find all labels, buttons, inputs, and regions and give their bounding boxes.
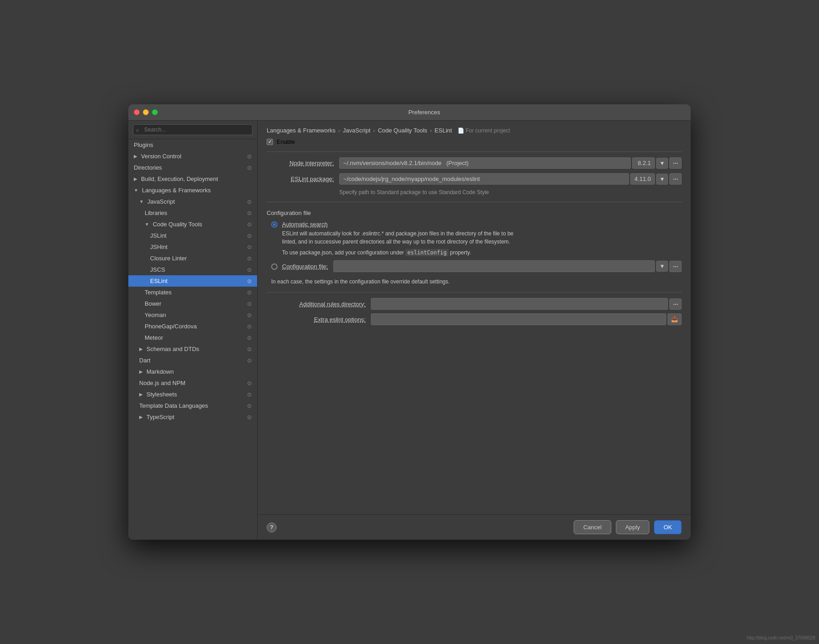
eslint-package-input-group: 4.11.0 ▼ ··· [339,173,682,185]
auto-search-radio[interactable] [271,221,278,228]
node-label-text: Node interpreter: [289,160,334,166]
eslint-label-text: ESLint package: [291,176,334,182]
additional-rules-browse[interactable]: ··· [669,298,682,310]
sidebar-item-schemas-dtds[interactable]: ▶ Schemas and DTDs ⊙ [128,343,257,355]
breadcrumb-project: 📄 For current project [458,127,510,134]
sidebar-item-meteor[interactable]: Meteor ⊙ [128,332,257,343]
sidebar-item-label: Code Quality Tools [153,221,202,228]
breadcrumb-project-label: For current project [466,127,510,134]
sidebar-item-typescript[interactable]: ▶ TypeScript ⊙ [128,411,257,423]
sidebar-item-stylesheets[interactable]: ▶ Stylesheets ⊙ [128,389,257,400]
minimize-button[interactable] [143,109,149,115]
sidebar-item-templates[interactable]: Templates ⊙ [128,287,257,298]
eslint-package-input[interactable] [339,173,629,185]
extra-eslint-folder-btn[interactable]: 📥 [668,313,682,325]
sidebar-item-code-quality-tools[interactable]: ▼ Code Quality Tools ⊙ [128,219,257,230]
help-button[interactable]: ? [267,522,277,532]
sidebar-item-label: PhoneGap/Cordova [145,323,197,330]
expand-icon: ▼ [134,188,138,193]
config-file-radio[interactable] [271,263,278,270]
copy-icon: ⊙ [247,267,252,273]
copy-icon: ⊙ [247,335,252,341]
eslint-package-browse[interactable]: ··· [669,173,682,185]
copy-icon: ⊙ [247,278,252,284]
search-box: ⌕ [128,121,257,139]
maximize-button[interactable] [152,109,158,115]
breadcrumb-sep2: › [373,127,375,134]
enable-checkbox[interactable] [267,139,273,145]
config-file-dropdown[interactable]: ▼ [656,261,668,272]
eslint-package-dropdown[interactable]: ▼ [656,174,668,185]
sidebar-item-dart[interactable]: Dart ⊙ [128,355,257,366]
node-version-badge: 8.2.1 [632,157,655,169]
folder-icon: 📥 [671,316,678,322]
sidebar-item-languages-frameworks[interactable]: ▼ Languages & Frameworks [128,185,257,196]
sidebar-item-template-data-languages[interactable]: Template Data Languages ⊙ [128,400,257,411]
sidebar-item-label: Dart [139,357,151,364]
expand-icon: ▼ [145,222,149,227]
expand-icon: ▶ [134,154,137,159]
sidebar-item-label: Plugins [134,141,153,148]
extra-eslint-label-text: Extra eslint options: [314,316,366,323]
extra-eslint-input[interactable] [371,313,666,325]
copy-icon: ⊙ [247,357,252,364]
sidebar-item-javascript[interactable]: ▼ JavaScript ⊙ [128,196,257,207]
sidebar-item-eslint[interactable]: ESLint ⊙ [128,275,257,287]
sidebar-item-label: Languages & Frameworks [142,187,211,194]
sidebar-item-jslint[interactable]: JSLint ⊙ [128,230,257,241]
auto-search-label: Automatic search [282,221,327,228]
sidebar-item-label: Stylesheets [146,391,177,398]
node-interpreter-row: Node interpreter: 8.2.1 ▼ ··· [267,157,682,169]
node-interpreter-dropdown[interactable]: ▼ [656,158,668,169]
additional-rules-label: Additional rules directory: [267,301,371,307]
apply-button[interactable]: Apply [616,520,650,534]
sidebar-item-markdown[interactable]: ▶ Markdown [128,366,257,377]
config-file-input[interactable] [333,260,655,272]
cancel-button[interactable]: Cancel [574,520,611,534]
sidebar-item-label: Libraries [145,210,167,216]
sidebar-item-version-control[interactable]: ▶ Version Control ⊙ [128,151,257,162]
copy-icon: ⊙ [247,391,252,398]
auto-search-radio-row: Automatic search ESLint will automatical… [267,221,682,257]
search-input[interactable] [133,124,253,135]
additional-rules-input[interactable] [371,298,668,310]
extra-eslint-label-container: Extra eslint options: [267,316,371,323]
copy-icon: ⊙ [247,255,252,262]
sidebar-item-yeoman[interactable]: Yeoman ⊙ [128,309,257,321]
node-interpreter-browse[interactable]: ··· [669,157,682,169]
separator [267,151,682,152]
auto-search-desc: ESLint will automatically look for .esli… [282,229,682,246]
sidebar-item-phonegap[interactable]: PhoneGap/Cordova ⊙ [128,321,257,332]
breadcrumb-languages: Languages & Frameworks [267,127,336,134]
additional-section: Additional rules directory: ··· Extra es… [267,298,682,325]
node-interpreter-input[interactable] [339,157,631,169]
sidebar-item-label: JSHint [150,244,167,250]
node-interpreter-label: Node interpreter: [267,160,339,166]
close-button[interactable] [134,109,140,115]
sidebar-item-closure-linter[interactable]: Closure Linter ⊙ [128,253,257,264]
sidebar-item-jshint[interactable]: JSHint ⊙ [128,241,257,253]
sidebar-item-bower[interactable]: Bower ⊙ [128,298,257,309]
enable-label: Enable [277,138,295,145]
expand-icon: ▶ [139,392,143,397]
node-interpreter-input-group: 8.2.1 ▼ ··· [339,157,682,169]
config-file-browse[interactable]: ··· [669,261,682,272]
separator2 [267,202,682,202]
sidebar-item-nodejs-npm[interactable]: Node.js and NPM ⊙ [128,377,257,389]
sidebar-item-build-execution[interactable]: ▶ Build, Execution, Deployment [128,173,257,185]
expand-icon: ▶ [134,176,137,181]
sidebar-item-label: Schemas and DTDs [146,346,199,352]
sidebar-item-label: Yeoman [145,312,166,318]
bottom-left: ? [267,522,277,532]
sidebar-item-jscs[interactable]: JSCS ⊙ [128,264,257,275]
sidebar-item-libraries[interactable]: Libraries ⊙ [128,207,257,219]
sidebar-item-plugins[interactable]: Plugins [128,139,257,151]
copy-icon: ⊙ [247,289,252,296]
expand-icon: ▶ [139,346,143,351]
url-watermark: http://blog.csdn.net/m0_37068028 [747,635,815,640]
auto-search-code: eslintConfig [405,249,448,256]
sidebar-item-directories[interactable]: Directories ⊙ [128,162,257,173]
ok-button[interactable]: OK [654,520,682,534]
copy-icon: ⊙ [247,233,252,239]
sidebar-item-label: Version Control [141,153,181,160]
